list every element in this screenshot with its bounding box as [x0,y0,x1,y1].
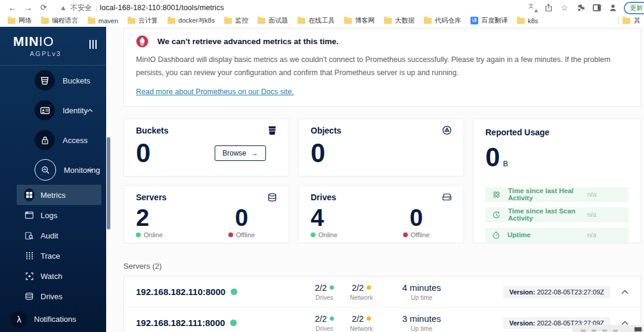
bookmark-folder[interactable]: 网络 [4,15,36,26]
servers-icon [268,193,277,201]
drives-col: 2/2 Drives [306,314,343,332]
network-status-dot [367,317,371,321]
bookmark-baidu-translate[interactable]: 译百度翻译 [466,15,512,26]
minio-console: MINIO AGPLv3 Buckets Identity Access [0,27,644,332]
bookmark-folder[interactable]: 在线工具 [293,15,339,26]
bookmark-folder[interactable]: 编程语言 [37,15,82,26]
side-panel-icon[interactable] [592,3,602,13]
logs-icon [24,212,35,219]
back-icon[interactable]: ← [6,2,19,13]
servers-card: Servers 2 Online 0 Offline [123,185,289,243]
forward-icon[interactable]: → [21,2,35,13]
server-row: 192.168.182.111:8000 2/2 Drives 2/2 Netw… [124,307,640,332]
server-endpoint: 192.168.182.111:8000 [136,318,306,328]
bookmarks-bar: 网络 编程语言 maven 云计算 docker与k8s 监控 面试题 在线工具… [0,14,644,27]
bookmarks-separator [618,17,619,24]
server-row: 192.168.182.110:8000 2/2 Drives 2/2 Netw… [124,277,640,308]
translate-icon[interactable]: 文 A [528,4,537,13]
usage-card-title: Reported Usage [485,128,628,137]
sidebar-item-drives[interactable]: Drives [17,286,101,306]
server-endpoint: 192.168.182.110:8000 [136,287,306,297]
lock-icon [35,130,55,150]
sidebar: MINIO AGPLv3 Buckets Identity Access [0,27,106,332]
profile-avatar-icon[interactable] [608,3,618,13]
buckets-card: Buckets 0 Browse→ [123,119,289,176]
sidebar-item-watch[interactable]: Watch [17,266,101,286]
sidebar-item-notifications[interactable]: λ Notifications [0,306,106,332]
translate-zh-glyph: 文 [528,2,534,10]
bookmarks-overflow[interactable]: 其 [618,16,640,25]
drives-card: Drives 4 Online 0 Offline [298,185,464,243]
extensions-puzzle-icon[interactable] [575,3,586,13]
share-icon[interactable] [543,3,553,13]
bookmark-folder[interactable]: 博客网 [340,15,379,26]
bookmark-folder[interactable]: 监控 [220,15,252,26]
offline-dot [403,232,408,237]
identity-icon [35,100,55,120]
sidebar-item-identity[interactable]: Identity [0,95,106,125]
uptime-col: 3 minutes Up time [388,314,455,332]
sidebar-item-buckets[interactable]: Buckets [0,66,106,95]
url-divider: | [95,4,97,13]
sidebar-item-audit[interactable]: Audit [17,225,101,246]
scrollbar-thumb[interactable] [107,137,110,229]
not-secure-label: 不安全 [70,3,92,13]
prometheus-notice: We can't retrieve advanced metrics at th… [123,28,641,107]
address-bar[interactable]: local-168-182-110:8001/tools/metrics [100,4,224,12]
sidebar-item-monitoring[interactable]: Monitoring [0,155,106,185]
folder-icon [298,18,305,24]
cutoff-dark-glyph [634,327,642,331]
buckets-icon [35,70,55,91]
not-secure-warning-icon: ▲ [60,4,67,12]
bookmark-folder[interactable]: 代码仓库 [420,15,465,26]
bucket-icon [268,126,277,135]
folder-icon [88,18,95,24]
buckets-count: 0 [136,140,150,166]
folder-icon [517,18,525,24]
heal-activity-row: Time since last Heal Activity n/a [485,187,628,202]
folder-icon [384,18,392,24]
folder-icon [258,18,265,24]
toolbar-actions: 文 A ☆ 更新 [528,2,639,14]
bookmark-folder[interactable]: k8s [513,17,542,25]
bookmark-folder[interactable]: docker与k8s [163,15,219,26]
reload-icon[interactable]: ⟳ [37,2,50,13]
heal-icon [493,191,500,198]
servers-online-count: 2 [136,206,206,229]
prometheus-docs-link[interactable]: Read more about Prometheus on our Docs s… [136,88,294,96]
folder-icon [8,18,16,24]
bookmark-folder[interactable]: 大数据 [380,15,419,26]
uptime-col: 4 minutes Up time [388,283,455,301]
objects-count: 0 [311,140,451,166]
objects-card-title: Objects [311,126,341,135]
offline-dot [228,232,233,237]
browse-button[interactable]: Browse→ [215,145,266,161]
sidebar-collapse-icon[interactable] [89,40,97,49]
bookmark-folder[interactable]: 面试题 [253,15,292,26]
scrollbar-track[interactable] [106,27,111,332]
metrics-icon [24,188,35,201]
scan-icon [493,211,500,219]
drives-icon [24,293,35,300]
collapse-row-chevron-icon[interactable] [621,290,628,294]
sidebar-item-trace[interactable]: Trace [17,246,101,266]
sidebar-item-metrics[interactable]: Metrics [17,185,101,205]
bookmark-folder[interactable]: maven [83,17,122,25]
bookmark-star-icon[interactable]: ☆ [559,3,569,13]
network-col: 2/2 Network [343,314,380,332]
notice-title: We can't retrieve advanced metrics at th… [157,37,339,46]
sidebar-item-access[interactable]: Access [0,125,106,155]
sidebar-item-logs[interactable]: Logs [17,205,101,225]
notice-body: MinIO Dashboard will display basic metri… [136,54,628,80]
server-list-heading: Servers (2) [123,262,641,271]
chevron-down-icon [87,168,93,172]
drives-status-dot [330,286,334,290]
folder-icon [424,18,432,24]
trace-icon [24,252,35,259]
metrics-page: We can't retrieve advanced metrics at th… [111,27,644,332]
bookmark-folder[interactable]: 云计算 [123,15,162,26]
site-info[interactable]: ▲ 不安全 | [60,3,97,13]
folder-icon [344,18,352,24]
baidu-translate-icon: 译 [470,17,478,24]
chrome-update-button[interactable]: 更新 [624,2,644,14]
